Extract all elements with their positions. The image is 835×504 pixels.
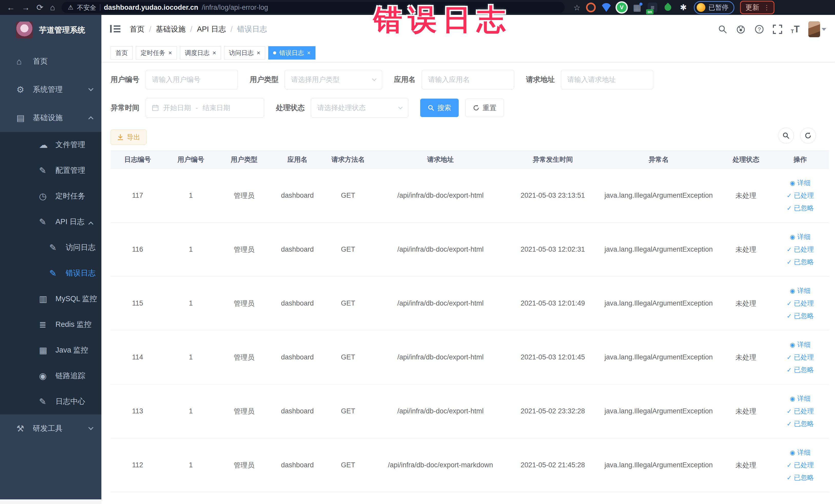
row-action-已处理[interactable]: ✓ 已处理 xyxy=(787,461,814,469)
home-nav-icon[interactable]: ⌂ xyxy=(50,0,55,15)
reload-icon[interactable]: ⟳ xyxy=(37,0,43,15)
sidebar-menu: ⌂ 首页 ⚙ 系统管理 ▤ 基础设施 ☁ 文件管理 ✎ 配置管理 ◷ 定时任务 … xyxy=(0,45,101,499)
tab-错误日志[interactable]: 错误日志 × xyxy=(268,46,315,60)
github-icon[interactable] xyxy=(736,24,746,34)
row-action-已处理[interactable]: ✓ 已处理 xyxy=(787,407,814,416)
status-select[interactable]: 请选择处理状态 xyxy=(311,98,408,118)
row-action-已忽略[interactable]: ✓ 已忽略 xyxy=(787,311,814,320)
cell-id: 112 xyxy=(110,438,165,492)
sidebar-item-redis-monitor[interactable]: ≣ Redis 监控 xyxy=(0,312,101,337)
extension-puzzle-icon[interactable]: ✱ xyxy=(678,3,688,12)
cell-user_id: 1 xyxy=(165,330,217,384)
fullscreen-icon[interactable] xyxy=(773,25,782,34)
breadcrumb-infrastructure[interactable]: 基础设施 xyxy=(156,24,186,35)
request-url-label: 请求地址 xyxy=(526,75,555,84)
reset-button[interactable]: 重置 xyxy=(465,99,504,117)
close-icon[interactable]: × xyxy=(168,50,172,56)
sidebar-item-infrastructure[interactable]: ▤ 基础设施 xyxy=(0,104,101,132)
chevron-down-icon xyxy=(822,28,826,31)
user-type-select[interactable]: 请选择用户类型 xyxy=(285,70,382,89)
logo-row[interactable]: 芋道管理系统 xyxy=(0,15,101,45)
chevron-icon xyxy=(88,116,94,121)
row-action-已处理[interactable]: ✓ 已处理 xyxy=(787,191,814,200)
gear-icon: ⚙ xyxy=(16,84,33,95)
error-log-icon: ✎ xyxy=(49,268,66,278)
sidebar-item-access-log[interactable]: ✎ 访问日志 xyxy=(0,235,101,260)
breadcrumb-error-log: 错误日志 xyxy=(237,24,267,35)
extension-shield-icon[interactable] xyxy=(602,3,611,12)
column-header: 请求地址 xyxy=(372,151,509,169)
hamburger-icon[interactable] xyxy=(110,24,120,34)
search-icon xyxy=(428,104,434,111)
row-action-详细[interactable]: ◉ 详细 xyxy=(790,448,811,457)
row-action-已忽略[interactable]: ✓ 已忽略 xyxy=(787,204,814,213)
extension-leaf-icon[interactable] xyxy=(663,3,673,12)
table-row: 1151管理员dashboardGET/api/infra/db-doc/exp… xyxy=(110,277,829,330)
row-action-详细[interactable]: ◉ 详细 xyxy=(790,233,811,241)
sidebar-item-error-log[interactable]: ✎ 错误日志 xyxy=(0,260,101,286)
row-action-详细[interactable]: ◉ 详细 xyxy=(790,394,811,403)
forward-icon[interactable]: → xyxy=(22,0,30,15)
sidebar-item-java-monitor[interactable]: ▦ Java 监控 xyxy=(0,337,101,363)
row-action-详细[interactable]: ◉ 详细 xyxy=(790,178,811,187)
user-avatar[interactable] xyxy=(808,21,820,37)
cell-status: 未处理 xyxy=(720,277,772,330)
sidebar-item-trace[interactable]: ◉ 链路追踪 xyxy=(0,363,101,389)
update-button[interactable]: 更新 ⋮ xyxy=(740,1,774,14)
font-size-icon[interactable]: TT xyxy=(791,25,799,34)
paused-extension-pill[interactable]: 已暂停 xyxy=(694,1,734,14)
user-id-input[interactable]: 请输入用户编号 xyxy=(145,70,238,89)
error-time-range-input[interactable]: 开始日期 - 结束日期 xyxy=(145,98,264,118)
tab-调度日志[interactable]: 调度日志 × xyxy=(180,46,221,60)
search-icon[interactable] xyxy=(718,25,727,34)
extension-grid-icon[interactable]: ▦ xyxy=(632,3,642,12)
row-action-已处理[interactable]: ✓ 已处理 xyxy=(787,353,814,362)
tab-访问日志[interactable]: 访问日志 × xyxy=(224,46,265,60)
extension-orange-icon[interactable] xyxy=(586,3,596,12)
bookmark-star-icon[interactable]: ☆ xyxy=(573,3,581,12)
tab-首页[interactable]: 首页 xyxy=(110,46,133,60)
toggle-search-button[interactable] xyxy=(778,127,794,143)
row-action-详细[interactable]: ◉ 详细 xyxy=(790,286,811,295)
sidebar-item-file-management[interactable]: ☁ 文件管理 xyxy=(0,132,101,158)
request-url-input[interactable]: 请输入请求地址 xyxy=(561,70,653,89)
extension-on-icon[interactable]: ≡on xyxy=(648,3,657,12)
sidebar-item-scheduled-tasks[interactable]: ◷ 定时任务 xyxy=(0,183,101,209)
cell-actions: ◉ 详细 ✓ 已处理 ✓ 已忽略 xyxy=(772,330,829,384)
sidebar-item-api-log[interactable]: ✎ API 日志 xyxy=(0,209,101,235)
kebab-menu-icon[interactable]: ⋮ xyxy=(763,4,770,12)
extension-v-icon[interactable]: V xyxy=(617,3,627,12)
close-icon[interactable]: × xyxy=(212,50,216,56)
help-icon[interactable]: ? xyxy=(754,24,764,34)
row-action-已忽略[interactable]: ✓ 已忽略 xyxy=(787,419,814,428)
cell-time: 2021-05-03 12:02:31 xyxy=(509,223,597,277)
breadcrumb-api-log[interactable]: API 日志 xyxy=(197,24,226,35)
sidebar-item-config-management[interactable]: ✎ 配置管理 xyxy=(0,158,101,183)
svg-text:?: ? xyxy=(758,26,761,33)
row-action-已忽略[interactable]: ✓ 已忽略 xyxy=(787,258,814,266)
sidebar-item-mysql-monitor[interactable]: ▥ MySQL 监控 xyxy=(0,286,101,312)
check-icon: ✓ xyxy=(787,474,792,481)
tab-label: 访问日志 xyxy=(229,49,253,57)
close-icon[interactable]: × xyxy=(307,50,311,56)
breadcrumb-home[interactable]: 首页 xyxy=(130,24,144,35)
sidebar-item-dev-tools[interactable]: ⚒ 研发工具 xyxy=(0,415,101,443)
app-name-input[interactable]: 请输入应用名 xyxy=(422,70,514,89)
sidebar-item-system-management[interactable]: ⚙ 系统管理 xyxy=(0,76,101,104)
back-icon[interactable]: ← xyxy=(7,0,15,15)
refresh-table-button[interactable] xyxy=(800,127,816,143)
eye-icon: ◉ xyxy=(790,449,795,456)
row-action-已处理[interactable]: ✓ 已处理 xyxy=(787,245,814,254)
close-icon[interactable]: × xyxy=(257,50,260,56)
export-button[interactable]: 导出 xyxy=(110,129,147,145)
row-action-已忽略[interactable]: ✓ 已忽略 xyxy=(787,365,814,374)
search-button[interactable]: 搜索 xyxy=(420,99,459,117)
sidebar-bottom-strip xyxy=(0,499,101,504)
row-action-已忽略[interactable]: ✓ 已忽略 xyxy=(787,473,814,482)
sidebar-item-home[interactable]: ⌂ 首页 xyxy=(0,47,101,76)
sidebar-item-log-center[interactable]: ✎ 日志中心 xyxy=(0,389,101,415)
row-action-已处理[interactable]: ✓ 已处理 xyxy=(787,299,814,308)
row-action-详细[interactable]: ◉ 详细 xyxy=(790,340,811,349)
emoji-icon xyxy=(697,3,705,12)
tab-定时任务[interactable]: 定时任务 × xyxy=(136,46,177,60)
